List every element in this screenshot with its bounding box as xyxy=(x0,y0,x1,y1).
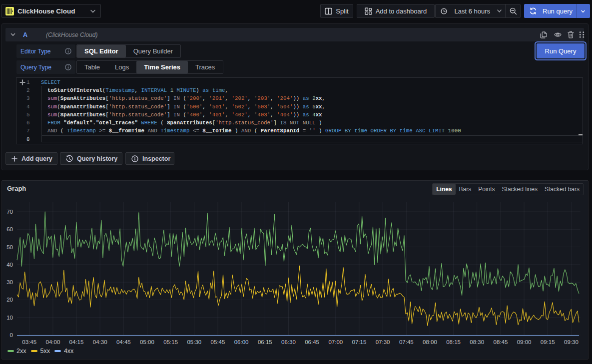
svg-text:05:30: 05:30 xyxy=(187,339,201,345)
svg-text:07:30: 07:30 xyxy=(376,339,390,345)
svg-text:10: 10 xyxy=(6,315,13,321)
svg-text:04:45: 04:45 xyxy=(116,339,131,345)
svg-text:09:00: 09:00 xyxy=(517,339,532,345)
svg-text:05:00: 05:00 xyxy=(140,339,154,345)
svg-text:05:45: 05:45 xyxy=(211,339,225,345)
svg-text:04:00: 04:00 xyxy=(46,339,60,345)
svg-text:60: 60 xyxy=(6,226,13,232)
svg-text:06:15: 06:15 xyxy=(258,339,272,345)
svg-text:08:45: 08:45 xyxy=(494,339,508,345)
svg-text:70: 70 xyxy=(6,209,13,215)
svg-text:07:15: 07:15 xyxy=(352,339,367,345)
svg-text:50: 50 xyxy=(6,244,13,250)
svg-text:20: 20 xyxy=(6,297,13,303)
svg-text:40: 40 xyxy=(6,262,13,268)
svg-text:30: 30 xyxy=(6,279,13,285)
svg-text:03:45: 03:45 xyxy=(22,339,36,345)
svg-text:04:15: 04:15 xyxy=(69,339,84,345)
svg-text:05:15: 05:15 xyxy=(163,339,178,345)
svg-text:04:30: 04:30 xyxy=(93,339,107,345)
svg-text:07:00: 07:00 xyxy=(328,339,343,345)
svg-text:06:45: 06:45 xyxy=(305,339,319,345)
svg-text:0: 0 xyxy=(10,332,13,338)
svg-text:06:30: 06:30 xyxy=(281,339,296,345)
svg-text:08:30: 08:30 xyxy=(470,339,484,345)
svg-text:08:00: 08:00 xyxy=(423,339,437,345)
svg-text:09:30: 09:30 xyxy=(564,339,579,345)
svg-text:06:00: 06:00 xyxy=(234,339,249,345)
svg-text:09:15: 09:15 xyxy=(541,339,555,345)
svg-text:08:15: 08:15 xyxy=(446,339,461,345)
svg-text:07:45: 07:45 xyxy=(399,339,414,345)
